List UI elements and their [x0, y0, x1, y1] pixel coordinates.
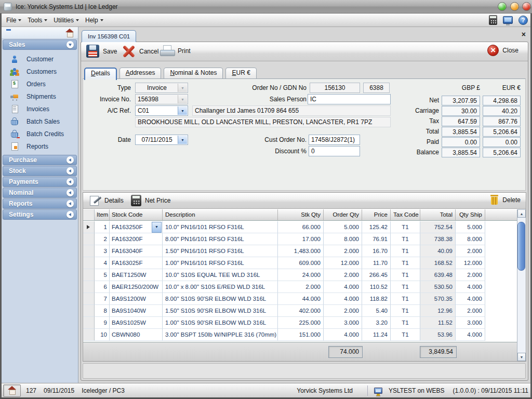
cell-qty-ship[interactable]: 2.000: [456, 245, 485, 257]
print-button[interactable]: Print: [160, 45, 191, 57]
cell-order-qty[interactable]: 2.000: [324, 305, 362, 317]
cell-price[interactable]: 110.52: [362, 281, 391, 293]
monitor-icon[interactable]: [503, 16, 513, 24]
cell-qty-ship[interactable]: 3.000: [456, 317, 485, 329]
table-row[interactable]: 1 FA163250F 10.0" PN16/101 RFSO F316L 66…: [83, 221, 517, 233]
maximize-button[interactable]: [510, 2, 519, 11]
sidebar-group[interactable]: Purchase: [3, 155, 77, 165]
cell-stk-qty[interactable]: 2.000: [278, 281, 324, 293]
col-item[interactable]: Item: [95, 209, 110, 220]
cell-stk-qty[interactable]: 66.000: [278, 221, 324, 233]
row-selector[interactable]: [83, 221, 95, 233]
col-tax-code[interactable]: Tax Code: [391, 209, 420, 220]
tab-details[interactable]: Details: [84, 68, 117, 80]
row-selector[interactable]: [83, 257, 95, 269]
sidebar-group[interactable]: Nominal: [3, 188, 77, 198]
cell-stk-qty[interactable]: 151.000: [278, 329, 324, 341]
menu-item[interactable]: File: [3, 15, 24, 26]
document-tab[interactable]: Inv 156398 C01: [82, 30, 136, 42]
cell-stk-qty[interactable]: 609.000: [278, 257, 324, 269]
cell-stk-qty[interactable]: 225.000: [278, 317, 324, 329]
cell-stock-code[interactable]: BAET1250W: [110, 269, 163, 281]
cell-order-qty[interactable]: 4.000: [324, 329, 362, 341]
cell-price[interactable]: 125.42: [362, 221, 391, 233]
cell-tax-code[interactable]: T1: [391, 317, 420, 329]
menu-item[interactable]: Tools: [24, 15, 50, 26]
cell-stk-qty[interactable]: 24.000: [278, 269, 324, 281]
cell-tax-code[interactable]: T1: [391, 233, 420, 245]
tab-addresses[interactable]: Addresses: [119, 68, 162, 79]
cell-description[interactable]: 1.00" S10S 90'SR ELBOW WLD 316L: [163, 317, 278, 329]
cell-stk-qty[interactable]: 44.000: [278, 293, 324, 305]
col-order-qty[interactable]: Order Qty: [324, 209, 362, 220]
cell-stock-code[interactable]: FA163200F: [110, 233, 163, 245]
scroll-down-icon[interactable]: ▼: [517, 353, 526, 361]
close-window-button[interactable]: [522, 2, 531, 11]
cell-qty-ship[interactable]: 2.000: [456, 305, 485, 317]
line-details-button[interactable]: Details: [89, 195, 124, 206]
cell-tax-code[interactable]: T1: [391, 245, 420, 257]
cell-description[interactable]: 10.0" PN16/101 RFSO F316L: [163, 221, 278, 233]
cell-description[interactable]: 8.00" S10S 90'SR ELBOW WLD 316L: [163, 293, 278, 305]
cell-order-qty[interactable]: 5.000: [324, 221, 362, 233]
table-row[interactable]: 5 BAET1250W 10.0" S10S EQUAL TEE WLD 316…: [83, 269, 517, 281]
cell-price[interactable]: 11.24: [362, 329, 391, 341]
row-selector[interactable]: [83, 281, 95, 293]
table-row[interactable]: 9 BA9S1025W 1.00" S10S 90'SR ELBOW WLD 3…: [83, 317, 517, 329]
cell-order-qty[interactable]: 2.000: [324, 269, 362, 281]
cell-order-qty[interactable]: 3.000: [324, 317, 362, 329]
cell-qty-ship[interactable]: 4.000: [456, 281, 485, 293]
row-selector[interactable]: [83, 329, 95, 341]
row-selector[interactable]: [83, 245, 95, 257]
cell-order-qty[interactable]: 2.000: [324, 245, 362, 257]
cell-tax-code[interactable]: T1: [391, 221, 420, 233]
sidebar-group[interactable]: Payments: [3, 177, 77, 187]
row-selector[interactable]: [83, 293, 95, 305]
sidebar-item[interactable]: Shipments: [2, 90, 78, 103]
col-total[interactable]: Total: [420, 209, 456, 220]
cell-tax-code[interactable]: T1: [391, 305, 420, 317]
close-tab-icon[interactable]: ×: [522, 31, 526, 38]
menu-item[interactable]: Help: [82, 15, 107, 26]
close-button[interactable]: Close: [487, 45, 518, 56]
cell-price[interactable]: 266.45: [362, 269, 391, 281]
cell-price[interactable]: 3.20: [362, 317, 391, 329]
cell-stock-code[interactable]: CBWN080: [110, 329, 163, 341]
cell-tax-code[interactable]: T1: [391, 293, 420, 305]
sidebar-group[interactable]: Stock: [3, 166, 77, 176]
scrollbar-thumb[interactable]: [517, 222, 525, 271]
sidebar-item[interactable]: Invoices: [2, 103, 78, 115]
cell-tax-code[interactable]: T1: [391, 257, 420, 269]
cell-description[interactable]: 10.0" x 8.00" S10S E/RED WLD 316L: [163, 281, 278, 293]
calculator-icon[interactable]: [489, 15, 497, 25]
cell-description[interactable]: 3.00" BSPT 150lb W/NIPPLE 316 (70mm): [163, 329, 278, 341]
cell-tax-code[interactable]: T1: [391, 281, 420, 293]
scroll-up-icon[interactable]: ▲: [517, 209, 526, 218]
cell-order-qty[interactable]: 8.000: [324, 233, 362, 245]
col-description[interactable]: Description: [163, 209, 278, 220]
cell-qty-ship[interactable]: 2.000: [456, 269, 485, 281]
sidebar-item[interactable]: Reports: [2, 140, 78, 153]
cell-qty-ship[interactable]: 5.000: [456, 221, 485, 233]
delete-button[interactable]: Delete: [490, 195, 521, 205]
table-row[interactable]: 7 BA9S1200W 8.00" S10S 90'SR ELBOW WLD 3…: [83, 293, 517, 305]
cell-order-qty[interactable]: 4.000: [324, 281, 362, 293]
help-icon[interactable]: [518, 16, 528, 25]
cell-price[interactable]: 118.82: [362, 293, 391, 305]
cell-price[interactable]: 76.91: [362, 233, 391, 245]
cell-stock-code[interactable]: BAER1250/200W: [110, 281, 163, 293]
home-icon[interactable]: [65, 29, 74, 37]
cell-stock-code[interactable]: FA163250F: [110, 221, 163, 233]
cell-stock-code[interactable]: BA9S1040W: [110, 305, 163, 317]
cell-price[interactable]: 5.40: [362, 305, 391, 317]
minimize-button[interactable]: [498, 2, 507, 11]
cell-description[interactable]: 1.00" PN16/101 RFSO F316L: [163, 257, 278, 269]
cell-tax-code[interactable]: T1: [391, 269, 420, 281]
cell-stk-qty[interactable]: 17.000: [278, 233, 324, 245]
collapse-sidebar-icon[interactable]: [6, 29, 11, 31]
cell-price[interactable]: 16.70: [362, 245, 391, 257]
cell-description[interactable]: 1.50" PN16/101 RFSO F316L: [163, 245, 278, 257]
sidebar-group-sales[interactable]: Sales: [3, 39, 77, 50]
cell-stock-code[interactable]: FA163040F: [110, 245, 163, 257]
sidebar-item[interactable]: Customers: [2, 65, 78, 78]
